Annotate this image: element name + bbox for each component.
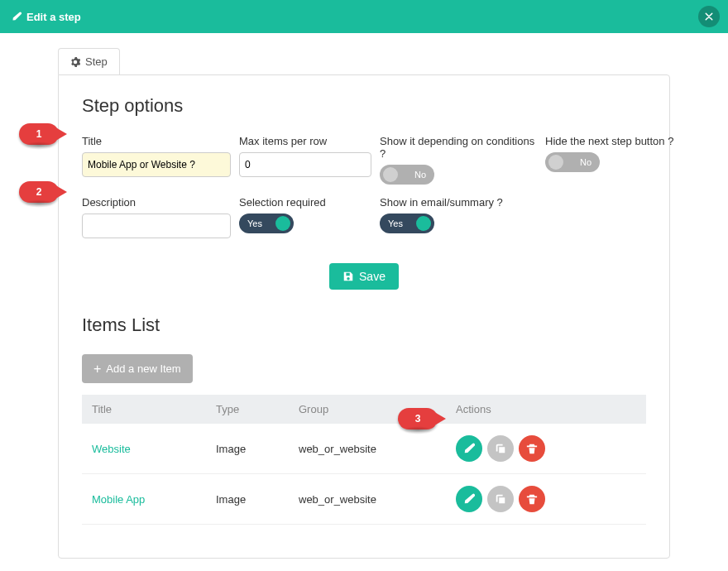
duplicate-item-button[interactable]	[487, 435, 514, 462]
panel: Step options Title Max items per row Sho…	[58, 74, 670, 559]
trash-icon	[526, 493, 538, 505]
tab-step-label: Step	[85, 55, 108, 68]
max-items-label: Max items per row	[239, 135, 371, 147]
toggle-knob	[416, 216, 431, 231]
pencil-icon	[12, 12, 22, 22]
pencil-icon	[463, 493, 475, 505]
add-item-button[interactable]: + Add a new Item	[82, 354, 193, 383]
conditions-toggle[interactable]: No	[380, 165, 434, 185]
copy-icon	[495, 443, 506, 454]
edit-item-button[interactable]	[456, 486, 482, 512]
add-item-label: Add a new Item	[106, 362, 180, 375]
section-heading: Step options	[82, 95, 646, 117]
modal-title-wrap: Edit a step	[8, 11, 81, 23]
item-title-link[interactable]: Mobile App	[92, 493, 145, 506]
show-summary-value: Yes	[388, 218, 403, 228]
delete-item-button[interactable]	[519, 435, 545, 462]
hide-next-toggle-value: No	[580, 157, 592, 167]
row-actions	[456, 435, 636, 462]
item-title-link[interactable]: Website	[92, 443, 131, 455]
hide-next-label: Hide the next step button ?	[545, 135, 686, 147]
toggle-knob	[383, 167, 398, 182]
max-items-input[interactable]	[239, 152, 371, 177]
description-input[interactable]	[82, 214, 231, 238]
selection-required-value: Yes	[247, 218, 262, 228]
conditions-label: Show it depending on conditions ?	[380, 135, 537, 160]
save-button[interactable]: Save	[329, 263, 399, 290]
modal-title: Edit a step	[26, 11, 81, 23]
annotation-3: 3	[398, 408, 438, 429]
item-group: web_or_website	[289, 474, 446, 525]
hide-next-toggle[interactable]: No	[545, 152, 600, 172]
tab-step[interactable]: Step	[58, 48, 120, 74]
toggle-knob	[275, 216, 290, 231]
copy-icon	[495, 493, 506, 505]
items-heading: Items List	[82, 314, 646, 336]
edit-item-button[interactable]	[456, 435, 482, 462]
close-icon	[704, 12, 714, 22]
table-row: Mobile App Image web_or_website	[82, 474, 646, 525]
table-row: Website Image web_or_website	[82, 424, 646, 474]
delete-item-button[interactable]	[519, 486, 545, 512]
duplicate-item-button[interactable]	[487, 486, 514, 512]
annotation-1: 1	[19, 123, 59, 145]
close-button[interactable]	[698, 6, 720, 27]
gear-icon	[70, 57, 80, 67]
toggle-knob	[548, 155, 563, 170]
description-label: Description	[82, 196, 231, 209]
save-button-label: Save	[359, 270, 386, 283]
col-actions: Actions	[446, 395, 646, 424]
annotation-2: 2	[19, 181, 59, 203]
items-table: Title Type Group Actions Website Image w…	[82, 395, 646, 525]
item-type: Image	[206, 474, 289, 525]
tab-bar: Step	[58, 48, 670, 74]
show-summary-toggle[interactable]: Yes	[380, 214, 434, 233]
show-summary-label: Show in email/summary ?	[380, 196, 537, 209]
conditions-toggle-value: No	[414, 170, 426, 180]
col-type: Type	[206, 395, 289, 424]
pencil-icon	[463, 443, 475, 454]
col-title: Title	[82, 395, 206, 424]
trash-icon	[526, 443, 538, 454]
selection-required-toggle[interactable]: Yes	[239, 214, 294, 233]
form-grid: Title Max items per row Show it dependin…	[82, 135, 646, 238]
title-input[interactable]	[82, 152, 231, 177]
item-type: Image	[206, 424, 289, 474]
selection-required-label: Selection required	[239, 196, 371, 209]
modal-header: Edit a step	[0, 0, 728, 33]
save-icon	[342, 271, 354, 282]
row-actions	[456, 486, 636, 512]
title-label: Title	[82, 135, 231, 147]
